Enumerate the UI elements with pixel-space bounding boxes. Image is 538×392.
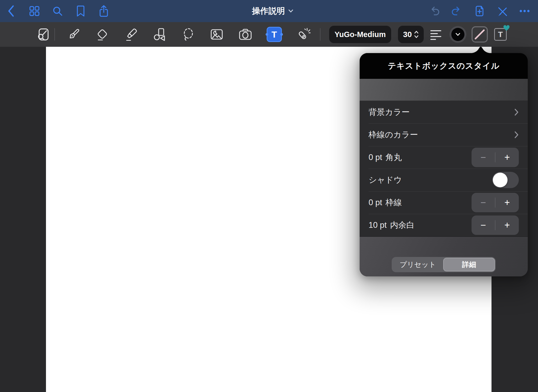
grid-icon xyxy=(28,5,40,17)
row-value: 0 pt xyxy=(369,153,382,162)
padding-stepper: − + xyxy=(472,215,519,235)
pen-tool[interactable] xyxy=(66,27,81,42)
document-title-button[interactable]: 操作説明 xyxy=(252,0,293,22)
camera-tool[interactable] xyxy=(238,27,253,42)
row-padding: 10 pt 内余白 − + xyxy=(360,214,528,236)
selection-handle-left xyxy=(266,33,268,36)
minus-button[interactable]: − xyxy=(472,153,495,162)
app-screen: 操作説明 xyxy=(0,0,538,392)
chevron-left-icon xyxy=(6,4,17,18)
row-label: 内余白 xyxy=(390,220,415,231)
laser-pointer-icon xyxy=(296,27,311,42)
stepper-chevrons-icon xyxy=(414,30,419,39)
chevron-down-icon xyxy=(455,32,461,37)
search-icon xyxy=(51,5,64,17)
selection-handle-right xyxy=(280,33,283,36)
top-navigation-bar: 操作説明 xyxy=(0,0,538,22)
plus-button[interactable]: + xyxy=(495,220,519,230)
row-value: 10 pt xyxy=(369,220,387,230)
text-color-button[interactable] xyxy=(449,26,466,43)
pen-off-icon xyxy=(496,5,508,17)
pen-icon xyxy=(66,27,81,42)
textbox-style-popover: テキストボックスのスタイル 背景カラー 枠線のカラー xyxy=(360,53,528,276)
font-size-stepper[interactable]: 30 xyxy=(398,26,424,43)
row-corner-radius: 0 pt 角丸 − + xyxy=(360,146,528,169)
stop-editing-button[interactable] xyxy=(496,5,508,17)
topbar-right-group xyxy=(428,5,531,17)
document-title: 操作説明 xyxy=(252,6,285,17)
image-icon xyxy=(209,27,224,42)
toggle-knob xyxy=(493,173,508,187)
minus-button[interactable]: − xyxy=(472,198,495,207)
text-align-button[interactable] xyxy=(428,27,443,42)
image-tool[interactable] xyxy=(209,27,224,42)
preset-detail-segmented-control: プリセット 詳細 xyxy=(392,257,496,272)
laser-pointer-tool[interactable] xyxy=(296,27,311,42)
chevron-down-icon xyxy=(288,9,293,13)
lasso-tool[interactable] xyxy=(181,27,195,42)
diagonal-stroke-icon xyxy=(473,27,487,42)
zoom-window-tool[interactable] xyxy=(36,27,51,42)
font-family-label: YuGo-Medium xyxy=(335,30,386,39)
row-label: 枠線 xyxy=(386,197,402,208)
row-shadow: シャドウ xyxy=(360,169,528,191)
popover-header: テキストボックスのスタイル xyxy=(360,53,528,79)
redo-icon xyxy=(451,5,463,17)
eraser-icon xyxy=(95,27,110,42)
bookmark-button[interactable] xyxy=(75,5,87,17)
popover-footer: プリセット 詳細 xyxy=(360,236,528,276)
row-label: シャドウ xyxy=(369,174,402,185)
back-button[interactable] xyxy=(5,5,17,17)
add-page-button[interactable] xyxy=(473,5,485,17)
segment-detail-selected[interactable]: 詳細 xyxy=(443,258,495,271)
camera-icon xyxy=(238,27,253,42)
bookmark-icon xyxy=(75,5,87,17)
topbar-left-group xyxy=(5,5,110,17)
lasso-icon xyxy=(181,27,195,42)
popover-rows: 背景カラー 枠線のカラー 0 pt 角丸 xyxy=(360,101,528,236)
shapes-icon xyxy=(152,27,167,42)
redo-button[interactable] xyxy=(451,5,463,17)
popover-title: テキストボックスのスタイル xyxy=(388,60,499,71)
text-tool-glyph: T xyxy=(272,30,277,39)
tools-toolbar: T YuGo-Medium 30 xyxy=(0,22,538,47)
more-options-button[interactable] xyxy=(519,5,531,17)
zoom-window-icon xyxy=(36,27,51,42)
corner-radius-stepper: − + xyxy=(472,148,519,167)
row-value: 0 pt xyxy=(369,198,382,207)
textbox-style-preview xyxy=(360,79,528,101)
text-tool-selected[interactable]: T xyxy=(267,27,282,42)
undo-icon xyxy=(428,5,440,17)
align-left-icon xyxy=(428,27,443,42)
undo-button[interactable] xyxy=(428,5,440,17)
share-icon xyxy=(98,4,110,18)
chevron-right-icon xyxy=(514,131,519,139)
highlighter-tool[interactable] xyxy=(123,27,138,42)
heart-icon xyxy=(503,25,510,31)
search-button[interactable] xyxy=(51,5,64,17)
plus-button[interactable]: + xyxy=(495,153,519,162)
popover-arrow xyxy=(468,46,493,53)
eraser-tool[interactable] xyxy=(95,27,110,42)
segment-preset[interactable]: プリセット xyxy=(392,258,443,271)
row-border-width: 0 pt 枠線 − + xyxy=(360,191,528,214)
share-button[interactable] xyxy=(98,5,110,17)
toolbar-divider xyxy=(54,28,55,41)
plus-button[interactable]: + xyxy=(495,198,519,207)
text-color-current xyxy=(451,28,464,41)
ellipsis-icon xyxy=(519,5,531,17)
shapes-tool[interactable] xyxy=(152,27,167,42)
row-border-color[interactable]: 枠線のカラー xyxy=(360,123,528,146)
toolbar-divider xyxy=(320,28,320,41)
thumbnails-button[interactable] xyxy=(28,5,40,17)
textbox-style-button[interactable]: T xyxy=(494,27,508,42)
shadow-toggle-off[interactable] xyxy=(492,172,519,188)
row-background-color[interactable]: 背景カラー xyxy=(360,101,528,123)
stroke-color-button[interactable] xyxy=(472,26,488,43)
minus-button[interactable]: − xyxy=(472,220,495,230)
font-size-value: 30 xyxy=(403,30,412,39)
font-family-button[interactable]: YuGo-Medium xyxy=(329,26,391,43)
row-label: 背景カラー xyxy=(369,107,410,118)
chevron-right-icon xyxy=(514,108,519,116)
row-label: 枠線のカラー xyxy=(369,129,418,140)
